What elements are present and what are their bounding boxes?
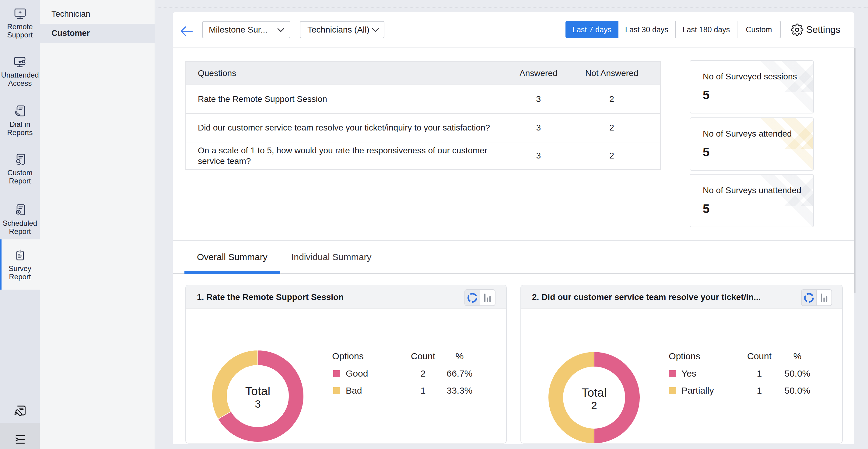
svg-text:2: 2 [591, 399, 597, 411]
svg-text:3: 3 [255, 398, 260, 410]
svg-text:Total: Total [582, 386, 607, 399]
svg-text:Total: Total [245, 385, 270, 397]
